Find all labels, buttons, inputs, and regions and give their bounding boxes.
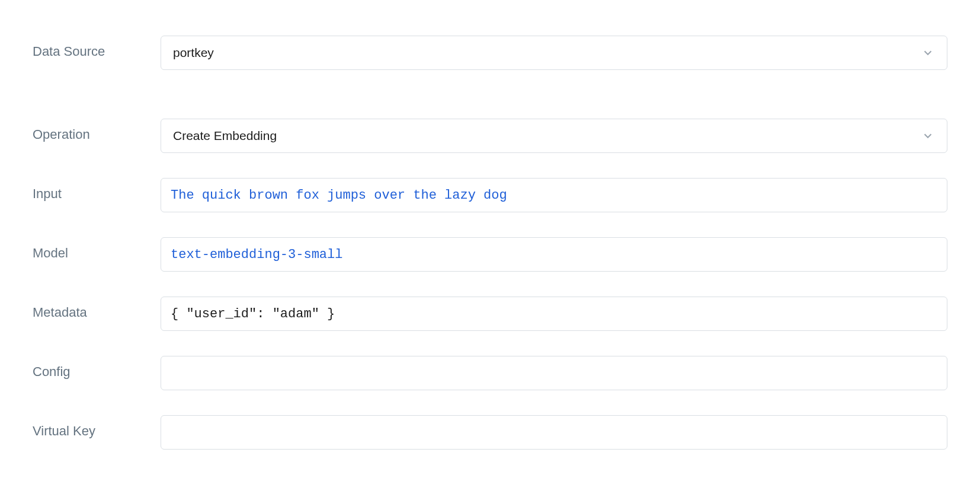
field-wrap-operation: Create Embedding (161, 119, 947, 153)
row-metadata: Metadata (33, 297, 947, 331)
chevron-down-icon (921, 46, 935, 60)
chevron-down-icon (921, 129, 935, 143)
row-config: Config (33, 356, 947, 390)
label-metadata: Metadata (33, 297, 161, 320)
operation-select[interactable]: Create Embedding (161, 119, 947, 153)
row-input: Input (33, 178, 947, 212)
field-wrap-config (161, 356, 947, 390)
row-model: Model (33, 237, 947, 272)
field-wrap-input (161, 178, 947, 212)
model-field[interactable] (161, 237, 947, 272)
label-input: Input (33, 178, 161, 202)
field-wrap-data-source: portkey (161, 36, 947, 70)
config-field[interactable] (161, 356, 947, 390)
label-config: Config (33, 356, 161, 380)
row-operation: Operation Create Embedding (33, 119, 947, 153)
data-source-select[interactable]: portkey (161, 36, 947, 70)
row-virtual-key: Virtual Key (33, 415, 947, 450)
metadata-field[interactable] (161, 297, 947, 331)
field-wrap-metadata (161, 297, 947, 331)
label-operation: Operation (33, 119, 161, 142)
label-data-source: Data Source (33, 36, 161, 59)
operation-value: Create Embedding (173, 129, 921, 143)
virtual-key-field[interactable] (161, 415, 947, 450)
label-model: Model (33, 237, 161, 261)
label-virtual-key: Virtual Key (33, 415, 161, 439)
field-wrap-model (161, 237, 947, 272)
row-data-source: Data Source portkey (33, 36, 947, 70)
input-field[interactable] (161, 178, 947, 212)
field-wrap-virtual-key (161, 415, 947, 450)
data-source-value: portkey (173, 46, 921, 60)
